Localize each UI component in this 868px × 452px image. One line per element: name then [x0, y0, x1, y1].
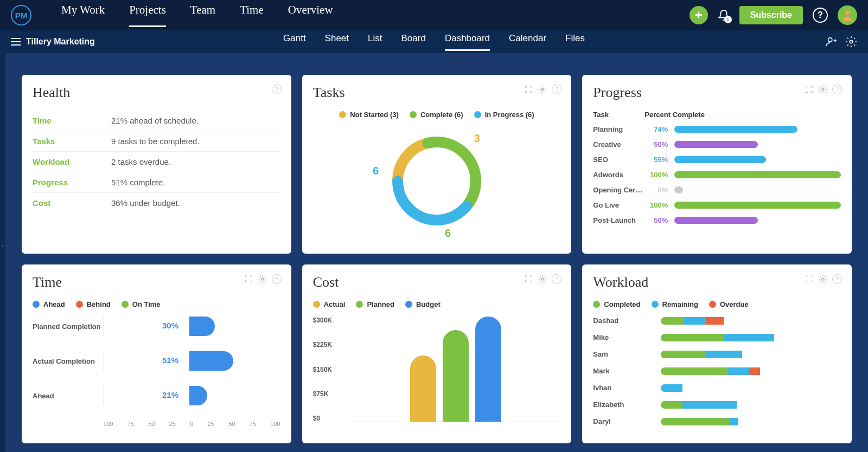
time-bar [189, 351, 233, 371]
axis-tick: $300K [313, 317, 332, 324]
time-row-label: Planned Completion [33, 322, 103, 331]
workload-bar [661, 317, 841, 325]
progress-task-name: Adwords [593, 171, 644, 179]
add-member-icon[interactable] [825, 36, 837, 48]
help-icon[interactable]: ? [813, 8, 828, 23]
subscribe-button[interactable]: Subscribe [739, 6, 803, 24]
legend-item: Not Started (3) [339, 111, 399, 119]
legend-dot [122, 301, 129, 308]
progress-task-name: SEO [593, 156, 644, 164]
health-row: Workload2 tasks overdue. [33, 152, 280, 172]
view-tabs: GanttSheetListBoardDashboardCalendarFile… [283, 33, 585, 51]
workload-segment [706, 317, 724, 325]
workload-bar [661, 418, 841, 425]
legend-dot [410, 111, 417, 118]
tasks-donut-chart: 3 6 6 [382, 127, 491, 235]
workload-person: Ivhan [593, 384, 661, 392]
widget-help-icon[interactable]: ? [832, 85, 842, 94]
legend-dot [405, 301, 412, 308]
svg-point-4 [828, 38, 832, 42]
progress-bar-track [674, 186, 841, 193]
workload-bar [661, 401, 841, 409]
expand-icon[interactable]: ⛶ [244, 274, 253, 284]
tab-sheet[interactable]: Sheet [325, 33, 349, 51]
workload-row: Elizabeth [593, 401, 841, 409]
tab-list[interactable]: List [368, 33, 382, 51]
progress-bar [674, 217, 757, 224]
workload-segment [661, 384, 682, 392]
progress-pct: 0% [644, 186, 674, 194]
widget-help-icon[interactable]: ? [552, 85, 561, 94]
widget-progress: Progress ⛶ ? Task Percent Complete Plann… [582, 75, 852, 254]
workload-person: Mark [593, 367, 661, 375]
time-track: 30% [103, 317, 280, 336]
nav-team[interactable]: Team [190, 3, 215, 27]
gear-icon[interactable] [818, 85, 828, 94]
legend-dot [652, 301, 659, 308]
health-label: Cost [33, 198, 111, 208]
tab-files[interactable]: Files [565, 33, 585, 51]
cost-bar-chart: $300K$225K$150K$75K$0 [313, 317, 561, 436]
donut-label-notstarted: 3 [474, 132, 480, 145]
workload-row: Mike [593, 333, 841, 341]
expand-icon[interactable]: ⛶ [804, 85, 814, 94]
widget-cost: Cost ⛶ ? ActualPlannedBudget $300K$225K$… [302, 264, 572, 443]
notification-badge: 1 [724, 16, 732, 23]
workload-person: Dashad [593, 317, 661, 325]
progress-row: Creative50% [593, 140, 841, 148]
legend-label: Budget [416, 300, 441, 308]
gear-icon[interactable] [538, 85, 547, 94]
legend-dot [709, 301, 716, 308]
progress-pct: 74% [644, 125, 674, 133]
project-name: Tillery Marketing [26, 37, 95, 47]
legend-label: Completed [604, 300, 640, 308]
widget-help-icon[interactable]: ? [832, 274, 842, 284]
workload-segment [661, 418, 729, 425]
nav-my-work[interactable]: My Work [61, 3, 105, 27]
legend-item: On Time [122, 300, 161, 308]
settings-icon[interactable] [845, 36, 857, 48]
gear-icon[interactable] [818, 274, 828, 284]
nav-overview[interactable]: Overview [288, 3, 333, 27]
progress-row: SEO55% [593, 156, 841, 164]
nav-projects[interactable]: Projects [129, 3, 166, 27]
progress-bar [674, 141, 757, 148]
workload-person: Mike [593, 333, 661, 341]
progress-task-name: Opening Cere… [593, 186, 644, 194]
menu-icon[interactable] [11, 38, 21, 46]
workload-row: Sam [593, 350, 841, 358]
gear-icon[interactable] [538, 274, 547, 284]
expand-handle-icon[interactable]: ⋮ [0, 244, 5, 250]
topbar-right: + 1 Subscribe ? [690, 5, 857, 25]
nav-time[interactable]: Time [240, 3, 264, 27]
health-value: 51% complete. [111, 178, 165, 187]
notifications-icon[interactable]: 1 [718, 9, 730, 21]
user-avatar[interactable] [838, 5, 857, 25]
progress-row: Adwords100% [593, 171, 841, 179]
tab-gantt[interactable]: Gantt [283, 33, 306, 51]
legend-label: Remaining [662, 300, 698, 308]
gear-icon[interactable] [258, 274, 267, 284]
expand-icon[interactable]: ⛶ [524, 274, 533, 284]
widget-help-icon[interactable]: ? [272, 85, 282, 94]
health-value: 36% under budget. [111, 198, 180, 208]
dashboard-grid: Health ? Time21% ahead of schedule.Tasks… [0, 53, 868, 452]
legend-dot [356, 301, 363, 308]
workload-bar [661, 351, 841, 358]
app-logo[interactable]: PM [11, 5, 31, 25]
tab-calendar[interactable]: Calendar [509, 33, 546, 51]
widget-help-icon[interactable]: ? [272, 274, 282, 284]
health-value: 2 tasks overdue. [111, 157, 171, 166]
donut-label-complete: 6 [445, 227, 451, 240]
axis-tick: 0 [190, 421, 193, 427]
add-button[interactable]: + [690, 6, 708, 24]
workload-segment [729, 418, 738, 425]
tab-dashboard[interactable]: Dashboard [445, 33, 490, 51]
widget-help-icon[interactable]: ? [552, 274, 561, 284]
expand-icon[interactable]: ⛶ [804, 274, 814, 284]
expand-icon[interactable]: ⛶ [524, 85, 533, 94]
tab-board[interactable]: Board [401, 33, 426, 51]
axis-tick: 50 [228, 421, 235, 427]
svg-point-0 [845, 10, 850, 15]
legend-label: Complete (6) [420, 111, 463, 119]
